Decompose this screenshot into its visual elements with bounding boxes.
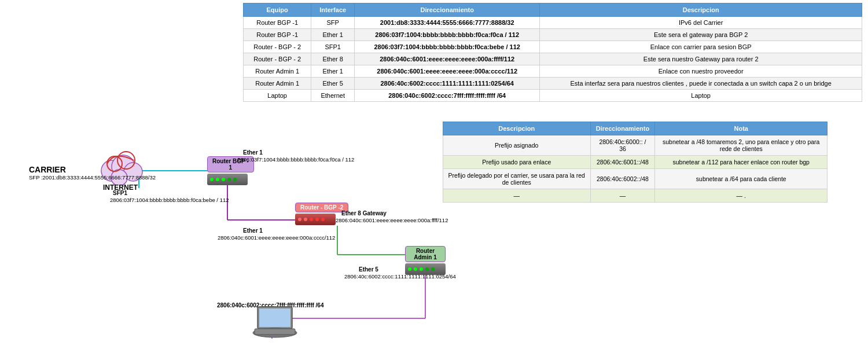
radmin1-ether1-addr: 2806:040c:6001:eeee:eeee:eeee:000a:cccc/… — [218, 234, 335, 241]
router-admin1: Router Admin 1 — [405, 246, 446, 275]
table-cell: 2806:03f7:1004:bbbb:bbbb:bbbb:f0ca:f0ca … — [355, 29, 540, 41]
info-table-cell: Prefijo delegado por el carrier, se usar… — [443, 169, 591, 189]
carrier-label: CARRIER — [29, 165, 156, 174]
table-cell: Router BGP -1 — [244, 29, 311, 41]
info-table-row: Prefijo usado para enlace2806:40c:6001::… — [443, 156, 827, 169]
diagram: INTERNET CARRIER SFP :2001:db8:3333:4444… — [0, 75, 446, 359]
table-cell: Enlace con nuestro proveedor — [540, 65, 862, 78]
carrier-section: CARRIER SFP :2001:db8:3333:4444:5555:666… — [29, 165, 156, 181]
table-cell: Laptop — [540, 90, 862, 102]
col-equipo: Equipo — [244, 3, 311, 17]
rbgp2-sfp1-addr: 2806:03f7:1004:bbbb:bbbb:bbbb:f0ca:bebe … — [110, 197, 229, 203]
info-table-cell: — . — [655, 189, 827, 203]
rbgp2-sfp1-label: SFP1 — [113, 190, 127, 196]
rbgp2-ether8-addr: 2806:040c:6001:eeee:eeee:eeee:000a:ffff/… — [336, 217, 448, 223]
rbgp2-label: Router - BGP -2 — [295, 203, 348, 212]
table-row: Router - BGP - 2SFP12806:03f7:1004:bbbb:… — [244, 41, 862, 53]
table-cell: SFP1 — [311, 41, 355, 53]
info-col-dir: Direccionamiento — [590, 122, 655, 135]
rbgp1-ether1-label: Ether 1 — [243, 149, 263, 156]
info-table-cell: 2806:40c:6002::/48 — [590, 169, 655, 189]
info-col-nota: Nota — [655, 122, 827, 135]
table-cell: Este sera el gateway para BGP 2 — [540, 29, 862, 41]
info-table-cell: subnetear a /64 para cada cliente — [655, 169, 827, 189]
col-interface: Interface — [311, 3, 355, 17]
rbgp2-ether8-label: Ether 8 Gateway — [341, 210, 387, 216]
table-cell: 2806:03f7:1004:bbbb:bbbb:bbbb:f0ca:bebe … — [355, 41, 540, 53]
radmin1-ether5-label: Ether 5 — [359, 266, 378, 273]
table-cell: Ether 1 — [311, 29, 355, 41]
table-row: Router - BGP - 2Ether 82806:040c:6001:ee… — [244, 53, 862, 65]
table-cell: SFP — [311, 17, 355, 29]
table-cell: Esta interfaz sera para nuestros cliente… — [540, 78, 862, 90]
laptop-icon — [252, 304, 298, 343]
info-table-cell: subnetear a /112 para hacer enlace con r… — [655, 156, 827, 169]
rbgp1-ether1-addr: 2806:03f7:1004:bbbb:bbbb:bbbb:f0ca:f0ca … — [237, 156, 354, 163]
info-table-cell: 2806:40c:6001::/48 — [590, 156, 655, 169]
info-table-cell: Prefijo usado para enlace — [443, 156, 591, 169]
col-direccionamiento: Direccionamiento — [355, 3, 540, 17]
laptop-svg — [252, 304, 298, 341]
table-cell: Router - BGP - 2 — [244, 41, 311, 53]
rbgp2-device — [295, 214, 336, 225]
col-descripcion: Descripcion — [540, 3, 862, 17]
table-cell: Ether 8 — [311, 53, 355, 65]
table-cell: Este sera nuestro Gateway para router 2 — [540, 53, 862, 65]
radmin1-label: Router Admin 1 — [405, 246, 446, 262]
table-cell: Enlace con carrier para sesion BGP — [540, 41, 862, 53]
svg-rect-16 — [259, 308, 290, 327]
info-table-cell: 2806:40c:6000:: / 36 — [590, 135, 655, 156]
info-table-row: Prefijo asignado2806:40c:6000:: / 36subn… — [443, 135, 827, 156]
table-cell: 2001:db8:3333:4444:5555:6666:7777:8888/3… — [355, 17, 540, 29]
info-table: Descripcion Direccionamiento Nota Prefij… — [443, 122, 827, 203]
info-table-row: Prefijo delegado por el carrier, se usar… — [443, 169, 827, 189]
info-table-cell: — — [590, 189, 655, 203]
radmin1-ether5-addr: 2806:40c:6002:cccc:1111:1111:1111:0254/6… — [344, 273, 456, 280]
table-cell: Router - BGP - 2 — [244, 53, 311, 65]
rbgp1-device — [207, 174, 248, 185]
table-cell: 2806:040c:6001:eeee:eeee:eeee:000a:ffff/… — [355, 53, 540, 65]
table-row: Router BGP -1SFP2001:db8:3333:4444:5555:… — [244, 17, 862, 29]
table-row: Router BGP -1Ether 12806:03f7:1004:bbbb:… — [244, 29, 862, 41]
info-table-section: Descripcion Direccionamiento Nota Prefij… — [443, 122, 827, 203]
info-table-cell: Prefijo asignado — [443, 135, 591, 156]
svg-rect-18 — [255, 329, 295, 335]
info-table-cell: subnetear a /48 tomaremos 2, uno para en… — [655, 135, 827, 156]
radmin1-ether1-label: Ether 1 — [243, 227, 263, 234]
carrier-sfp: SFP :2001:db8:3333:4444:5555:6666:7777:8… — [29, 174, 156, 181]
info-table-cell: — — [443, 189, 591, 203]
table-cell: IPv6 del Carrier — [540, 17, 862, 29]
info-col-desc: Descripcion — [443, 122, 591, 135]
info-table-row: ——— . — [443, 189, 827, 203]
table-cell: Router BGP -1 — [244, 17, 311, 29]
